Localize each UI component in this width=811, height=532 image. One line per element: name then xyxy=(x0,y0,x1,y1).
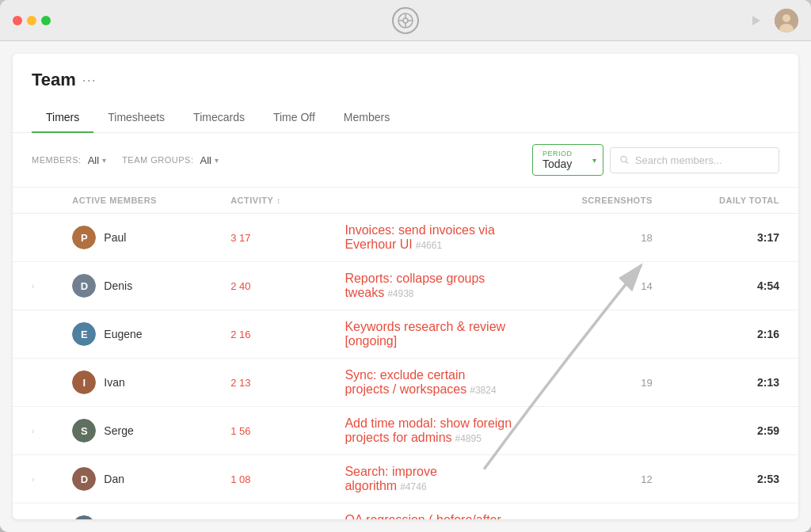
table-row[interactable]: I Ivan 2 13 Sync: exclude certain projec… xyxy=(13,359,798,407)
search-members-wrapper[interactable] xyxy=(610,147,779,173)
activity-cell[interactable]: Sync: exclude certain projects / workspa… xyxy=(326,359,531,407)
time-cell: 3 17 xyxy=(211,214,326,262)
members-table: ACTIVE MEMBERS ACTIVITY ↕ xyxy=(13,188,798,519)
row-expand-icon[interactable]: › xyxy=(32,475,34,484)
activity-link[interactable]: Reports: collapse groups tweaks xyxy=(345,272,485,299)
activity-id: #4661 xyxy=(416,240,442,251)
expand-cell[interactable]: › xyxy=(13,407,53,455)
expand-cell xyxy=(13,310,53,359)
tab-timecards[interactable]: Timecards xyxy=(179,103,259,133)
member-name: Eugene xyxy=(104,328,142,340)
maximize-button[interactable] xyxy=(41,16,51,25)
screenshots-cell: 14 xyxy=(531,262,671,310)
period-value: Today xyxy=(543,158,593,170)
time-cell: 2 13 xyxy=(211,359,326,407)
member-cell: A Artem xyxy=(53,504,211,520)
time-cell: 2 16 xyxy=(211,310,326,359)
panel-title-row: Team ··· xyxy=(32,70,779,90)
activity-id: #4746 xyxy=(400,481,426,492)
table-row[interactable]: P Paul 3 17 Invoices: send invoices via … xyxy=(13,214,798,262)
svg-point-8 xyxy=(782,14,790,22)
expand-cell xyxy=(13,214,53,262)
user-avatar-titlebar[interactable] xyxy=(775,9,798,32)
traffic-lights xyxy=(13,16,51,25)
row-expand-icon[interactable]: › xyxy=(32,427,34,435)
avatar-circle: A xyxy=(72,515,96,519)
member-cell: S Serge xyxy=(53,407,211,455)
member-cell: P Paul xyxy=(53,214,211,262)
table-row[interactable]: › D Denis 2 40 Reports: collapse groups … xyxy=(13,262,798,310)
app-window: Team ··· Timers Timesheets Timecards Tim… xyxy=(0,0,811,532)
expand-cell[interactable]: › xyxy=(13,504,53,520)
avatar-circle: S xyxy=(72,419,96,443)
member-cell: E Eugene xyxy=(53,310,211,359)
tab-members[interactable]: Members xyxy=(329,103,404,133)
member-avatar: S xyxy=(72,419,96,443)
activity-link[interactable]: Sync: exclude certain projects / workspa… xyxy=(345,368,466,396)
activity-id: #4895 xyxy=(455,433,482,444)
member-cell: D Denis xyxy=(53,262,211,310)
play-button[interactable] xyxy=(746,11,765,30)
expand-cell[interactable]: › xyxy=(13,455,53,504)
screenshots-cell: 18 xyxy=(531,214,671,262)
activity-cell[interactable]: Add time modal: show foreign projects fo… xyxy=(326,407,531,455)
content-area: Team ··· Timers Timesheets Timecards Tim… xyxy=(0,41,811,532)
daily-total-cell: 4:54 xyxy=(672,262,798,310)
activity-cell[interactable]: Invoices: send invoices via Everhour UI#… xyxy=(326,214,531,262)
table-row[interactable]: › D Dan 1 08 Search: improve algorithm#4… xyxy=(13,455,798,504)
th-screenshots: SCREENSHOTS xyxy=(531,188,671,214)
table-row[interactable]: E Eugene 2 16 Keywords research & review… xyxy=(13,310,798,359)
app-logo xyxy=(392,7,419,34)
activity-link[interactable]: Keywords research & review [ongoing] xyxy=(345,320,505,348)
screenshots-cell: 13 xyxy=(531,504,671,520)
search-members-input[interactable] xyxy=(635,154,769,166)
th-spacer xyxy=(326,188,531,214)
tab-timers[interactable]: Timers xyxy=(32,103,93,133)
more-options-button[interactable]: ··· xyxy=(82,72,97,89)
minimize-button[interactable] xyxy=(27,16,36,25)
daily-total-cell: 2:16 xyxy=(672,310,798,359)
activity-cell[interactable]: Search: improve algorithm#4746 xyxy=(326,455,531,504)
member-name: Paul xyxy=(104,231,126,244)
titlebar-right xyxy=(746,9,798,32)
period-button[interactable]: PERIOD Today ▾ xyxy=(532,144,603,176)
daily-total-cell: 3:17 xyxy=(672,214,798,262)
member-avatar: A xyxy=(72,515,96,519)
activity-link[interactable]: Add time modal: show foreign projects fo… xyxy=(345,416,512,444)
member-name: Denis xyxy=(104,279,132,292)
expand-cell[interactable]: › xyxy=(13,262,53,310)
team-groups-filter-select[interactable]: All ▾ xyxy=(200,154,218,166)
activity-id: #3824 xyxy=(470,385,496,396)
time-cell: 1 08 xyxy=(211,455,326,504)
row-expand-icon[interactable]: › xyxy=(32,282,34,291)
table-row[interactable]: › S Serge 1 56 Add time modal: show fore… xyxy=(13,407,798,455)
screenshots-cell xyxy=(531,407,671,455)
th-activity[interactable]: ACTIVITY ↕ xyxy=(211,188,326,214)
daily-total-cell: 2:13 xyxy=(672,359,798,407)
panel-header: Team ··· Timers Timesheets Timecards Tim… xyxy=(13,54,798,133)
svg-line-11 xyxy=(626,162,628,164)
screenshots-cell xyxy=(531,310,671,359)
members-filter-value: All xyxy=(88,154,99,166)
members-filter-select[interactable]: All ▾ xyxy=(88,154,106,166)
activity-id: #4938 xyxy=(387,288,413,299)
period-label: PERIOD xyxy=(543,150,593,158)
period-chevron-icon: ▾ xyxy=(592,156,596,165)
activity-link[interactable]: QA regression ( before/after release ) xyxy=(345,513,501,519)
member-name: Serge xyxy=(104,424,133,437)
table-row[interactable]: › A Artem 1 03 QA regression ( before/af… xyxy=(13,504,798,520)
avatar-circle: E xyxy=(72,322,96,346)
th-active-members: ACTIVE MEMBERS xyxy=(53,188,211,214)
expand-cell xyxy=(13,359,53,407)
member-name: Dan xyxy=(104,473,124,485)
time-cell: 2 40 xyxy=(211,262,326,310)
activity-cell[interactable]: Keywords research & review [ongoing] xyxy=(326,310,531,359)
tab-timesheets[interactable]: Timesheets xyxy=(93,103,179,133)
member-avatar: P xyxy=(72,226,96,249)
tab-timeoff[interactable]: Time Off xyxy=(259,103,329,133)
close-button[interactable] xyxy=(13,16,22,25)
activity-cell[interactable]: Reports: collapse groups tweaks#4938 xyxy=(326,262,531,310)
member-name: Ivan xyxy=(104,376,124,389)
activity-cell[interactable]: QA regression ( before/after release ) xyxy=(326,504,531,520)
table-wrapper: ACTIVE MEMBERS ACTIVITY ↕ xyxy=(13,188,798,519)
